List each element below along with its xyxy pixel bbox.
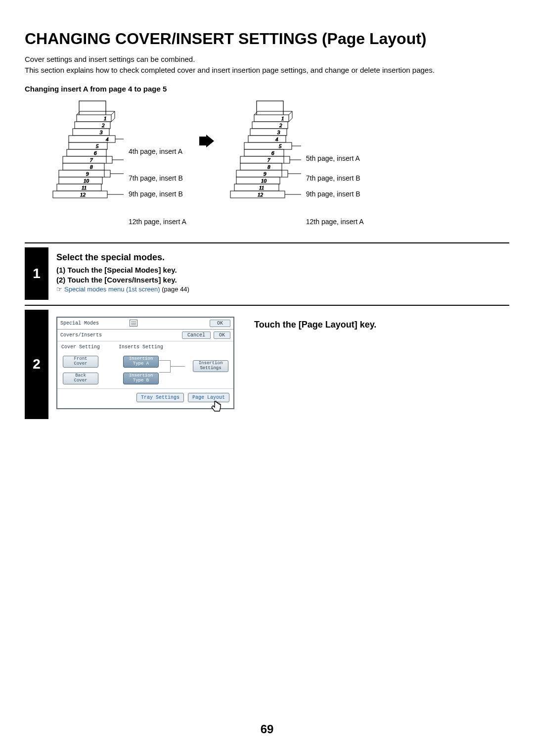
svg-rect-66 (236, 177, 280, 184)
svg-rect-47 (250, 129, 287, 136)
label: 5th page, insert A (306, 152, 364, 164)
label: Cover (63, 362, 98, 367)
step-title: Select the special modes. (56, 252, 509, 263)
example-heading: Changing insert A from page 4 to page 5 (25, 85, 509, 93)
svg-text:5: 5 (279, 143, 282, 149)
svg-text:11: 11 (82, 185, 87, 190)
ok-button[interactable]: OK (210, 320, 230, 327)
step-title: Touch the [Page Layout] key. (254, 317, 376, 330)
svg-line-41 (289, 118, 292, 122)
touch-panel: Special Modes OK Covers/Inserts Cancel O… (56, 317, 234, 409)
label: 4th page, insert A (129, 145, 186, 157)
cross-ref-suffix: (page 44) (160, 285, 189, 293)
panel-header: Special Modes OK (57, 318, 233, 330)
column-title: Inserts Setting (119, 344, 163, 350)
svg-text:12: 12 (80, 191, 86, 197)
svg-rect-10 (73, 129, 109, 136)
svg-text:4: 4 (106, 136, 109, 142)
svg-rect-29 (59, 177, 102, 184)
svg-text:6: 6 (271, 150, 274, 156)
panel-subheader-title: Covers/Inserts (60, 332, 179, 338)
svg-text:4: 4 (275, 136, 278, 142)
svg-text:9: 9 (86, 171, 89, 177)
svg-rect-25 (59, 170, 110, 177)
svg-rect-45 (252, 122, 288, 129)
svg-rect-19 (63, 156, 112, 163)
label: Type B (124, 378, 158, 383)
tray-settings-button[interactable]: Tray Settings (136, 393, 184, 402)
panel-header-title: Special Modes (60, 321, 127, 326)
cross-ref-link[interactable]: Special modes menu (1st screen) (64, 285, 160, 293)
intro-text: Cover settings and insert settings can b… (25, 54, 509, 76)
svg-text:3: 3 (99, 129, 103, 135)
insertion-settings-button[interactable]: Insertion Settings (193, 360, 228, 372)
svg-text:1: 1 (104, 115, 107, 121)
svg-rect-37 (257, 101, 283, 116)
svg-rect-62 (236, 170, 288, 177)
svg-text:3: 3 (277, 129, 280, 135)
panel-body: Cover Setting Front Cover Back Cover Ins… (57, 341, 233, 389)
svg-text:1: 1 (281, 115, 284, 121)
svg-text:11: 11 (259, 185, 264, 190)
step-1: 1 Select the special modes. (1) Touch th… (25, 247, 509, 300)
page-stack-icon: 1 2 3 4 5 6 7 8 9 10 11 12 (227, 100, 301, 229)
diagram-left: 1 2 3 4 5 6 7 8 9 10 11 12 4th page, ins… (49, 100, 186, 229)
back-cover-button[interactable]: Back Cover (63, 373, 98, 384)
label: 7th page, insert B (129, 172, 186, 184)
svg-line-3 (111, 111, 115, 115)
svg-rect-56 (240, 156, 290, 163)
panel-footer: Tray Settings Page Layout (57, 389, 233, 408)
diagram-row: 1 2 3 4 5 6 7 8 9 10 11 12 4th page, ins… (25, 100, 509, 229)
svg-text:6: 6 (94, 150, 97, 156)
svg-text:9: 9 (264, 171, 267, 177)
label: Settings (193, 366, 228, 371)
pointer-icon: ☞ (56, 285, 62, 293)
svg-line-4 (111, 118, 115, 122)
front-cover-button[interactable]: Front Cover (63, 356, 98, 368)
svg-text:7: 7 (267, 157, 270, 163)
label: 9th page, insert B (306, 188, 364, 200)
step-sub-1: (1) Touch the [Special Modes] key. (56, 266, 509, 274)
step-number: 2 (25, 310, 48, 419)
svg-text:2: 2 (102, 122, 105, 128)
divider (25, 305, 509, 306)
svg-text:12: 12 (258, 191, 264, 197)
label: 12th page, insert A (129, 216, 186, 228)
ok-button[interactable]: OK (214, 331, 230, 339)
label: 7th page, insert B (306, 172, 364, 184)
arrow-right-icon (199, 135, 214, 147)
svg-rect-68 (234, 184, 279, 191)
page-title: CHANGING COVER/INSERT SETTINGS (Page Lay… (25, 30, 509, 48)
svg-text:5: 5 (96, 143, 99, 149)
label: 9th page, insert B (129, 188, 186, 200)
svg-rect-23 (63, 163, 104, 170)
inserts-setting-col: Inserts Setting Insertion Type A Inserti… (119, 344, 163, 384)
page-stack-icon: 1 2 3 4 5 6 7 8 9 10 11 12 (49, 100, 124, 229)
svg-rect-54 (244, 149, 284, 156)
svg-rect-60 (240, 163, 282, 170)
svg-text:8: 8 (90, 164, 93, 170)
divider (25, 242, 509, 243)
page-number: 69 (0, 722, 534, 736)
step-sub-2: (2) Touch the [Covers/Inserts] key. (56, 276, 509, 284)
svg-text:10: 10 (84, 178, 89, 184)
panel-subheader: Covers/Inserts Cancel OK (57, 330, 233, 341)
svg-text:7: 7 (90, 157, 93, 163)
right-labels: 5th page, insert A 7th page, insert B 9t… (306, 100, 364, 228)
svg-marker-36 (199, 135, 214, 147)
label: 12th page, insert A (306, 216, 364, 228)
diagram-right: 1 2 3 4 5 6 7 8 9 10 11 12 5th page, ins… (227, 100, 364, 229)
svg-rect-31 (57, 184, 101, 191)
svg-rect-15 (69, 142, 107, 149)
svg-rect-8 (75, 122, 110, 129)
cross-ref: ☞Special modes menu (1st screen) (page 4… (56, 285, 509, 293)
insertion-type-a-button[interactable]: Insertion Type A (123, 356, 159, 368)
label: Cover (63, 378, 98, 383)
svg-rect-0 (79, 101, 106, 116)
svg-text:2: 2 (279, 122, 282, 128)
insertion-type-b-button[interactable]: Insertion Type B (123, 373, 159, 384)
cancel-button[interactable]: Cancel (182, 331, 211, 339)
step-number: 1 (25, 247, 48, 300)
svg-rect-49 (248, 136, 286, 142)
step-2: 2 Special Modes OK Covers/Inserts Cancel… (25, 310, 509, 419)
